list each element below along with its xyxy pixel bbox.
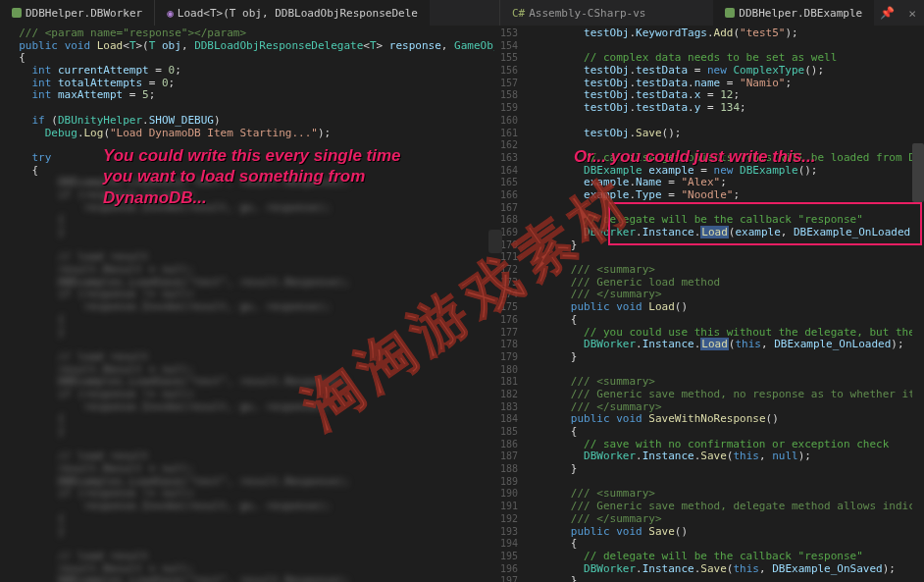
csharp-icon: C# (512, 7, 525, 20)
tab-dbexample[interactable]: DDBHelper.DBExample (713, 0, 874, 26)
pin-icon[interactable]: 📌 (874, 6, 900, 20)
right-scrollbar[interactable] (912, 26, 924, 582)
scrollbar-thumb[interactable] (912, 143, 924, 202)
csharp-icon (12, 8, 22, 18)
method-icon: ◉ (167, 7, 174, 20)
left-tabs: DDBHelper.DBWorker ◉ Load<T>(T obj, DDBL… (0, 0, 499, 26)
tab-label: Load<T>(T obj, DDBLoadObjResponseDele (178, 7, 418, 20)
right-editor-pane: C# Assembly-CSharp-vs DDBHelper.DBExampl… (500, 0, 924, 582)
pane-divider[interactable] (494, 26, 500, 582)
tab-method[interactable]: ◉ Load<T>(T obj, DDBLoadObjResponseDele (154, 0, 430, 26)
tab-label: DDBHelper.DBExample (739, 7, 862, 20)
tab-dbworker[interactable]: DDBHelper.DBWorker (0, 0, 154, 26)
left-code-lines[interactable]: /// <param name="response"></param> publ… (0, 26, 499, 582)
overlay-text-left: You could write this every single timeyo… (103, 145, 401, 208)
right-tabs: C# Assembly-CSharp-vs DDBHelper.DBExampl… (500, 0, 924, 26)
left-code-area[interactable]: /// <param name="response"></param> publ… (0, 26, 499, 582)
left-editor-pane: DDBHelper.DBWorker ◉ Load<T>(T obj, DDBL… (0, 0, 500, 582)
tab-assembly[interactable]: C# Assembly-CSharp-vs (500, 0, 657, 26)
csharp-icon (725, 8, 735, 18)
right-code-lines[interactable]: testObj.KeywordTags.Add("test5"); // com… (526, 26, 924, 582)
close-icon[interactable]: × (900, 6, 924, 21)
tab-label: Assembly-CSharp-vs (529, 7, 645, 20)
right-code-area[interactable]: 1531541551561571581591601611621631641651… (500, 26, 924, 582)
tab-label: DDBHelper.DBWorker (26, 7, 142, 20)
overlay-text-right: Or... you could just write this... (574, 147, 816, 167)
pane-divider-handle[interactable] (488, 230, 502, 253)
right-line-gutter: 1531541551561571581591601611621631641651… (500, 26, 526, 582)
